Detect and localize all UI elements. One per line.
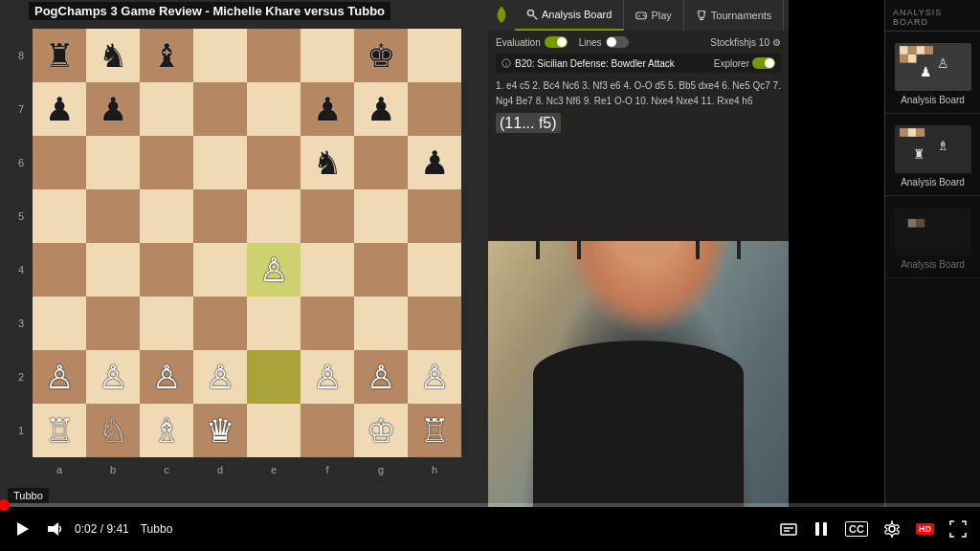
fullscreen-button[interactable] <box>946 517 970 541</box>
channel-name-controls: Tubbo <box>141 522 173 536</box>
square-c4[interactable] <box>140 243 193 297</box>
square-f2[interactable]: ♙ <box>301 350 354 404</box>
square-c5[interactable] <box>140 189 193 243</box>
square-b2[interactable]: ♙ <box>86 350 140 404</box>
square-f6[interactable]: ♞ <box>301 136 354 189</box>
square-h8[interactable] <box>408 29 461 82</box>
square-d8[interactable] <box>193 29 247 82</box>
gear-icon[interactable]: ⚙ <box>772 37 781 48</box>
total-time: 9:41 <box>106 522 128 536</box>
sidebar-entry-2[interactable]: ♜ ♗ Analysis Board <box>885 114 980 196</box>
hd-button[interactable]: HD <box>912 519 938 539</box>
square-a6[interactable] <box>33 136 86 189</box>
sidebar-entry-3[interactable]: Analysis Board <box>885 196 980 278</box>
video-controls: 0:02 / 9:41 Tubbo <box>0 507 980 551</box>
square-b3[interactable] <box>86 297 140 350</box>
square-e8[interactable] <box>247 29 301 82</box>
square-a7[interactable]: ♟ <box>33 82 86 136</box>
chess-section: 8 7 6 5 4 3 2 1 ♜ ♞ ♝ <box>0 0 488 507</box>
square-d4[interactable] <box>193 243 247 297</box>
square-e5[interactable] <box>247 189 301 243</box>
square-c1[interactable]: ♗ <box>140 404 193 457</box>
square-h7[interactable] <box>408 82 461 136</box>
square-e3[interactable] <box>247 297 301 350</box>
square-e7[interactable] <box>247 82 301 136</box>
square-f7[interactable]: ♟ <box>301 82 354 136</box>
square-f5[interactable] <box>301 189 354 243</box>
nav-tab-tournaments[interactable]: Tournaments <box>684 0 785 31</box>
progress-bar[interactable] <box>0 503 980 507</box>
square-e2[interactable] <box>247 350 301 404</box>
square-c6[interactable] <box>140 136 193 189</box>
square-h1[interactable]: ♖ <box>408 404 461 457</box>
square-d5[interactable] <box>193 189 247 243</box>
square-b7[interactable]: ♟ <box>86 82 140 136</box>
square-g4[interactable] <box>354 243 408 297</box>
square-b4[interactable] <box>86 243 140 297</box>
cc-button[interactable]: CC <box>841 518 872 540</box>
svg-marker-31 <box>17 522 29 536</box>
square-f3[interactable] <box>301 297 354 350</box>
square-b6[interactable] <box>86 136 140 189</box>
square-a2[interactable]: ♙ <box>33 350 86 404</box>
analysis-thumb-1: ♟ ♙ <box>900 46 967 88</box>
square-g7[interactable]: ♟ <box>354 82 408 136</box>
square-d1[interactable]: ♛ <box>193 404 247 457</box>
square-d7[interactable] <box>193 82 247 136</box>
nav-tab-analysis-label: Analysis Board <box>542 9 612 20</box>
square-f8[interactable] <box>301 29 354 82</box>
square-f1[interactable] <box>301 404 354 457</box>
square-g6[interactable] <box>354 136 408 189</box>
square-a8[interactable]: ♜ <box>33 29 86 82</box>
square-c8[interactable]: ♝ <box>140 29 193 82</box>
nav-tab-play-label: Play <box>651 10 671 21</box>
lines-toggle[interactable] <box>606 36 629 48</box>
square-h3[interactable] <box>408 297 461 350</box>
subtitles-button[interactable] <box>776 517 801 541</box>
square-b1[interactable]: ♘ <box>86 404 140 457</box>
square-c2[interactable]: ♙ <box>140 350 193 404</box>
square-b8[interactable]: ♞ <box>86 29 140 82</box>
svg-rect-36 <box>815 522 819 536</box>
rank-3: 3 <box>11 297 31 350</box>
square-g1[interactable]: ♔ <box>354 404 408 457</box>
play-button[interactable] <box>10 517 34 541</box>
square-b5[interactable] <box>86 189 140 243</box>
video-container: M Michelle Khare 8 7 6 5 4 3 2 1 ♜ ♞ <box>0 0 980 551</box>
square-h4[interactable] <box>408 243 461 297</box>
square-g5[interactable] <box>354 189 408 243</box>
square-a4[interactable] <box>33 243 86 297</box>
mini-chess-icon-button[interactable]: ♔ <box>846 473 877 503</box>
volume-button[interactable] <box>42 517 67 541</box>
nav-tab-play[interactable]: Play <box>624 0 683 31</box>
explorer-toggle[interactable] <box>752 57 775 69</box>
square-h6[interactable]: ♟ <box>408 136 461 189</box>
square-g2[interactable]: ♙ <box>354 350 408 404</box>
square-g8[interactable]: ♚ <box>354 29 408 82</box>
square-a3[interactable] <box>33 297 86 350</box>
square-e6[interactable] <box>247 136 301 189</box>
square-e4[interactable]: ♙ <box>247 243 301 297</box>
square-g3[interactable] <box>354 297 408 350</box>
square-h2[interactable]: ♙ <box>408 350 461 404</box>
nav-tab-analysis[interactable]: Analysis Board <box>515 0 624 31</box>
evaluation-toggle[interactable] <box>545 36 568 48</box>
square-e1[interactable] <box>247 404 301 457</box>
square-f4[interactable] <box>301 243 354 297</box>
square-a1[interactable]: ♖ <box>33 404 86 457</box>
square-d3[interactable] <box>193 297 247 350</box>
square-c7[interactable] <box>140 82 193 136</box>
square-d6[interactable] <box>193 136 247 189</box>
square-a5[interactable] <box>33 189 86 243</box>
settings-button[interactable] <box>880 517 904 541</box>
analysis-sidebar: Analysis Board ♟ ♙ Analysis Board <box>884 0 980 507</box>
rank-5: 5 <box>11 189 31 243</box>
sidebar-entry-1[interactable]: ♟ ♙ Analysis Board <box>885 32 980 114</box>
svg-marker-32 <box>48 522 58 536</box>
square-c3[interactable] <box>140 297 193 350</box>
file-c: c <box>140 459 193 480</box>
square-h5[interactable] <box>408 189 461 243</box>
pause-button[interactable] <box>809 517 834 541</box>
svg-rect-17 <box>924 46 933 55</box>
square-d2[interactable]: ♙ <box>193 350 247 404</box>
